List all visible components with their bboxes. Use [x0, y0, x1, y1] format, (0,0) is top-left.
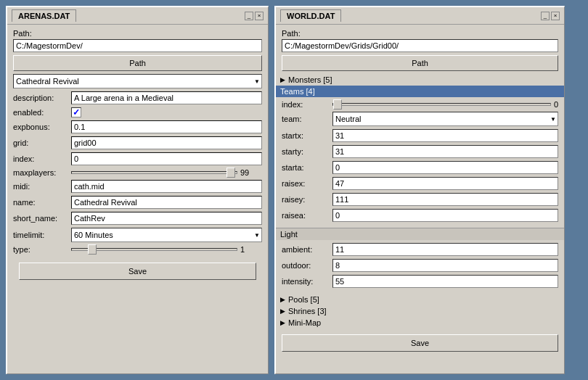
midi-row: midi: — [13, 180, 262, 193]
monsters-section-header[interactable]: ▶ Monsters [5] — [276, 74, 564, 86]
type-slider[interactable] — [71, 248, 237, 251]
expbonus-value — [71, 120, 262, 133]
right-path-label: Path: — [282, 29, 558, 38]
right-save-button[interactable]: Save — [282, 334, 558, 352]
midi-label: midi: — [13, 182, 71, 191]
light-ambient-row: ambient: — [276, 243, 564, 256]
right-panel: WORLD.DAT _ × Path: Path ▶ Monsters [5] … — [274, 6, 565, 374]
pools-section-header[interactable]: ▶ Pools [5] — [276, 294, 564, 305]
description-label: description: — [13, 94, 71, 102]
light-intensity-input[interactable] — [332, 275, 558, 288]
checkmark-icon: ✓ — [73, 107, 80, 117]
description-value — [71, 91, 262, 104]
right-title-tab: WORLD.DAT — [280, 9, 341, 22]
shortname-input[interactable] — [71, 212, 262, 225]
teams-startx-value — [332, 129, 558, 142]
type-slider-value: 1 — [240, 245, 262, 254]
enabled-label: enabled: — [13, 108, 71, 117]
teams-raisex-row: raisex: — [276, 177, 564, 190]
expbonus-input[interactable] — [71, 120, 262, 133]
light-outdoor-input[interactable] — [332, 259, 558, 272]
maxplayers-slider-value: 99 — [240, 168, 262, 177]
minimap-collapse-icon: ▶ — [280, 319, 285, 326]
light-intensity-label: intensity: — [282, 277, 332, 286]
left-title-tab: ARENAS.DAT — [12, 9, 76, 22]
light-section-label: Light — [280, 230, 298, 239]
teams-startx-row: startx: — [276, 129, 564, 142]
minimap-section-header[interactable]: ▶ Mini-Map — [276, 317, 564, 329]
pools-section-label: Pools [5] — [288, 295, 319, 304]
midi-input[interactable] — [71, 180, 262, 193]
enabled-row: enabled: ✓ — [13, 107, 262, 117]
left-title-controls: _ × — [245, 12, 264, 20]
teams-index-row: index: 0 — [276, 100, 564, 109]
light-outdoor-label: outdoor: — [282, 261, 332, 270]
timelimit-row: timelimit: 60 Minutes ▼ — [13, 228, 262, 242]
teams-raisea-row: raisea: — [276, 209, 564, 222]
teams-team-label: team: — [282, 115, 332, 123]
timelimit-label: timelimit: — [13, 231, 71, 239]
left-path-label: Path: — [13, 29, 262, 38]
description-row: description: — [13, 91, 262, 104]
timelimit-value: 60 Minutes ▼ — [71, 228, 262, 242]
teams-team-dropdown[interactable]: Neutral — [332, 112, 558, 126]
teams-raisex-value — [332, 177, 558, 190]
teams-starty-row: starty: — [276, 145, 564, 158]
light-section-header[interactable]: Light — [276, 228, 564, 240]
index-value — [71, 152, 262, 165]
timelimit-dropdown[interactable]: 60 Minutes — [71, 228, 262, 242]
grid-input[interactable] — [71, 136, 262, 149]
right-panel-title: WORLD.DAT — [287, 12, 335, 20]
teams-startx-label: startx: — [282, 131, 332, 140]
light-ambient-input[interactable] — [332, 243, 558, 256]
left-save-button[interactable]: Save — [19, 263, 256, 280]
midi-value — [71, 180, 262, 193]
right-path-button[interactable]: Path — [282, 55, 558, 71]
teams-raisex-input[interactable] — [332, 177, 558, 190]
minimap-section-label: Mini-Map — [288, 318, 321, 327]
name-input[interactable] — [71, 196, 262, 209]
maxplayers-slider[interactable] — [71, 171, 237, 174]
teams-raisea-value — [332, 209, 558, 222]
maxplayers-value: 99 — [71, 168, 262, 177]
light-outdoor-value — [332, 259, 558, 272]
index-row: index: — [13, 152, 262, 165]
enabled-checkbox[interactable]: ✓ — [71, 107, 81, 117]
right-path-input[interactable] — [282, 39, 558, 52]
description-input[interactable] — [71, 91, 262, 104]
teams-section-header[interactable]: Teams [4] — [276, 86, 564, 97]
teams-startx-input[interactable] — [332, 129, 558, 142]
monsters-section-label: Monsters [5] — [288, 75, 332, 84]
shrines-section-header[interactable]: ▶ Shrines [3] — [276, 305, 564, 317]
left-arena-dropdown[interactable]: Cathedral Revival — [13, 74, 262, 88]
teams-starty-label: starty: — [282, 147, 332, 156]
teams-raisey-row: raisey: — [276, 193, 564, 206]
teams-starta-input[interactable] — [332, 161, 558, 174]
teams-index-label: index: — [282, 100, 332, 109]
right-close-btn[interactable]: × — [551, 12, 560, 20]
left-title-bar: ARENAS.DAT _ × — [7, 7, 268, 25]
left-close-btn[interactable]: × — [255, 12, 264, 20]
expbonus-row: expbonus: — [13, 120, 262, 133]
teams-starty-input[interactable] — [332, 145, 558, 158]
teams-raisea-input[interactable] — [332, 209, 558, 222]
left-minimize-btn[interactable]: _ — [245, 12, 253, 20]
teams-starta-value — [332, 161, 558, 174]
left-path-input[interactable] — [13, 39, 262, 52]
left-path-button[interactable]: Path — [13, 55, 262, 71]
teams-starty-value — [332, 145, 558, 158]
pools-collapse-icon: ▶ — [280, 296, 285, 303]
light-outdoor-row: outdoor: — [276, 259, 564, 272]
index-label: index: — [13, 154, 71, 163]
teams-raisey-input[interactable] — [332, 193, 558, 206]
right-minimize-btn[interactable]: _ — [541, 12, 550, 20]
index-input[interactable] — [71, 152, 262, 165]
teams-index-slider[interactable] — [332, 103, 551, 106]
shortname-value — [71, 212, 262, 225]
right-path-section: Path: Path — [276, 29, 564, 71]
teams-section-label: Teams [4] — [280, 87, 315, 96]
shrines-collapse-icon: ▶ — [280, 307, 285, 315]
expbonus-label: expbonus: — [13, 123, 71, 131]
grid-label: grid: — [13, 139, 71, 147]
left-path-section: Path: Path — [13, 29, 262, 71]
